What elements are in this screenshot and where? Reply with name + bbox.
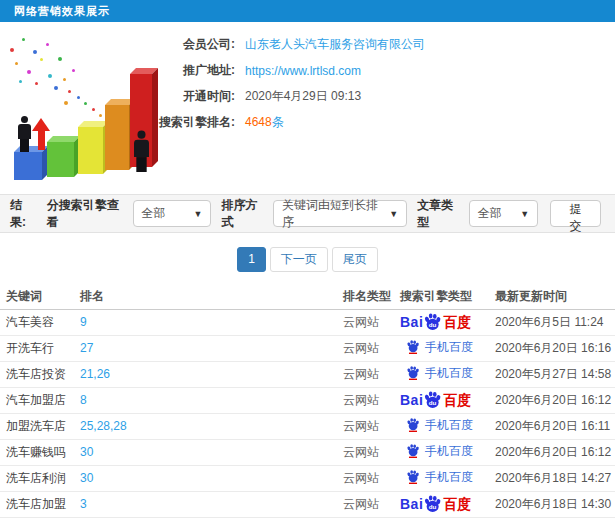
baidu-logo-latin: Bai xyxy=(400,497,423,511)
column-update-time: 最新更新时间 xyxy=(495,284,615,309)
rank-link[interactable]: 21,26 xyxy=(80,367,110,381)
rank-type-cell: 云网站 xyxy=(343,309,400,335)
rank-link[interactable]: 9 xyxy=(80,315,87,329)
mobile-baidu-paw-icon xyxy=(406,443,420,458)
engine-select-value: 全部 xyxy=(142,205,166,222)
baidu-paw-icon: du xyxy=(423,312,442,331)
rank-link[interactable]: 30 xyxy=(80,445,93,459)
info-rows: 会员公司: 山东老人头汽车服务咨询有限公司 推广地址: https://www.… xyxy=(0,36,615,140)
results-table: 关键词 排名 排名类型 搜索引擎类型 最新更新时间 汽车美容 9 云网站 Bai… xyxy=(0,284,615,518)
baidu-logo-cn: 百度 xyxy=(443,393,471,407)
rank-cell: 25,28,28 xyxy=(80,413,343,439)
rank-link[interactable]: 25,28,28 xyxy=(80,419,127,433)
rank-link[interactable]: 27 xyxy=(80,341,93,355)
result-label: 结果: xyxy=(10,197,37,231)
svg-text:du: du xyxy=(429,398,437,405)
next-page-button[interactable]: 下一页 xyxy=(270,247,328,272)
engine-cell: Bai du 百度 xyxy=(400,387,495,413)
page-title: 网络营销效果展示 xyxy=(0,0,615,22)
table-row: 洗车店投资 21,26 云网站 手机百度 2020年5月27日 14:58 xyxy=(0,361,615,387)
mobile-baidu-paw-icon xyxy=(406,365,420,380)
mobile-baidu-label: 手机百度 xyxy=(425,419,473,431)
baidu-logo: Bai du 百度 xyxy=(400,312,471,333)
sort-select-value: 关键词由短到长排序 xyxy=(282,197,383,231)
rank-link[interactable]: 8 xyxy=(80,393,87,407)
keyword-cell: 洗车赚钱吗 xyxy=(0,439,80,465)
info-row-rank-count: 搜索引擎排名: 4648条 xyxy=(0,114,615,131)
engine-cell: 手机百度 xyxy=(400,413,495,439)
column-keyword: 关键词 xyxy=(0,284,80,309)
info-section: 会员公司: 山东老人头汽车服务咨询有限公司 推广地址: https://www.… xyxy=(0,22,615,194)
promo-url-label: 推广地址: xyxy=(0,62,245,79)
update-time-cell: 2020年6月18日 14:27 xyxy=(495,465,615,491)
rank-type-cell: 云网站 xyxy=(343,387,400,413)
update-time-cell: 2020年6月20日 16:11 xyxy=(495,413,615,439)
keyword-cell: 汽车加盟店 xyxy=(0,387,80,413)
update-time-cell: 2020年5月27日 14:58 xyxy=(495,361,615,387)
info-row-url: 推广地址: https://www.lrtlsd.com xyxy=(0,62,615,79)
page: 网络营销效果展示 会员公司: 山东老人头汽车服务咨询有限公司 推广地址: htt… xyxy=(0,0,615,520)
baidu-logo-cn: 百度 xyxy=(443,497,471,511)
mobile-baidu-paw-icon xyxy=(406,339,420,354)
page-button-current[interactable]: 1 xyxy=(237,247,266,272)
company-label: 会员公司: xyxy=(0,36,245,53)
keyword-cell: 开洗车行 xyxy=(0,335,80,361)
engine-cell: 手机百度 xyxy=(400,361,495,387)
table-body: 汽车美容 9 云网站 Bai du 百度 2020年6月5日 11:24 开洗车… xyxy=(0,309,615,517)
table-row: 加盟洗车店 25,28,28 云网站 手机百度 2020年6月20日 16:11 xyxy=(0,413,615,439)
mobile-baidu-label: 手机百度 xyxy=(425,471,473,483)
chevron-down-icon: ▼ xyxy=(389,209,398,219)
company-link[interactable]: 山东老人头汽车服务咨询有限公司 xyxy=(245,36,425,53)
table-row: 洗车店利润 30 云网站 手机百度 2020年6月18日 14:27 xyxy=(0,465,615,491)
keyword-cell: 加盟洗车店 xyxy=(0,413,80,439)
mobile-baidu-paw-icon xyxy=(406,417,420,432)
rank-link[interactable]: 30 xyxy=(80,471,93,485)
mobile-baidu-logo: 手机百度 xyxy=(400,365,473,380)
article-type-select[interactable]: 全部 ▼ xyxy=(469,200,538,227)
rank-cell: 30 xyxy=(80,439,343,465)
mobile-baidu-logo: 手机百度 xyxy=(400,443,473,458)
keyword-cell: 洗车店投资 xyxy=(0,361,80,387)
rank-type-cell: 云网站 xyxy=(343,439,400,465)
submit-button[interactable]: 提交 xyxy=(550,200,601,227)
mobile-baidu-label: 手机百度 xyxy=(425,367,473,379)
column-engine-type: 搜索引擎类型 xyxy=(400,284,495,309)
engine-filter-label: 分搜索引擎查看 xyxy=(47,197,127,231)
promo-url-link[interactable]: https://www.lrtlsd.com xyxy=(245,64,361,78)
update-time-cell: 2020年6月20日 16:12 xyxy=(495,439,615,465)
table-row: 洗车店加盟 3 云网站 Bai du 百度 2020年6月18日 14:30 xyxy=(0,491,615,517)
engine-cell: 手机百度 xyxy=(400,439,495,465)
last-page-button[interactable]: 尾页 xyxy=(332,247,378,272)
illustration-bar-green xyxy=(47,142,74,177)
baidu-logo-latin: Bai xyxy=(400,315,423,329)
mobile-baidu-logo: 手机百度 xyxy=(400,469,473,484)
rank-type-cell: 云网站 xyxy=(343,413,400,439)
baidu-logo-latin: Bai xyxy=(400,393,423,407)
type-filter-label: 文章类型 xyxy=(417,197,463,231)
mobile-baidu-paw-icon xyxy=(406,469,420,484)
article-type-select-value: 全部 xyxy=(478,205,502,222)
rank-count-label: 搜索引擎排名: xyxy=(0,114,245,131)
rank-type-cell: 云网站 xyxy=(343,465,400,491)
keyword-cell: 洗车店利润 xyxy=(0,465,80,491)
mobile-baidu-label: 手机百度 xyxy=(425,445,473,457)
rank-cell: 27 xyxy=(80,335,343,361)
rank-type-cell: 云网站 xyxy=(343,335,400,361)
rank-cell: 8 xyxy=(80,387,343,413)
table-row: 洗车赚钱吗 30 云网站 手机百度 2020年6月20日 16:12 xyxy=(0,439,615,465)
rank-cell: 9 xyxy=(80,309,343,335)
engine-select[interactable]: 全部 ▼ xyxy=(133,200,212,227)
rank-link[interactable]: 3 xyxy=(80,497,87,511)
rank-count-unit: 条 xyxy=(272,115,284,129)
chevron-down-icon: ▼ xyxy=(520,209,529,219)
pagination: 1 下一页 尾页 xyxy=(0,247,615,272)
info-row-company: 会员公司: 山东老人头汽车服务咨询有限公司 xyxy=(0,36,615,53)
sort-select[interactable]: 关键词由短到长排序 ▼ xyxy=(273,200,407,227)
update-time-cell: 2020年6月20日 16:12 xyxy=(495,387,615,413)
rank-count-number: 4648 xyxy=(245,115,272,129)
rank-type-cell: 云网站 xyxy=(343,491,400,517)
mobile-baidu-logo: 手机百度 xyxy=(400,417,473,432)
rank-cell: 21,26 xyxy=(80,361,343,387)
column-rank: 排名 xyxy=(80,284,343,309)
baidu-paw-icon: du xyxy=(423,494,442,513)
